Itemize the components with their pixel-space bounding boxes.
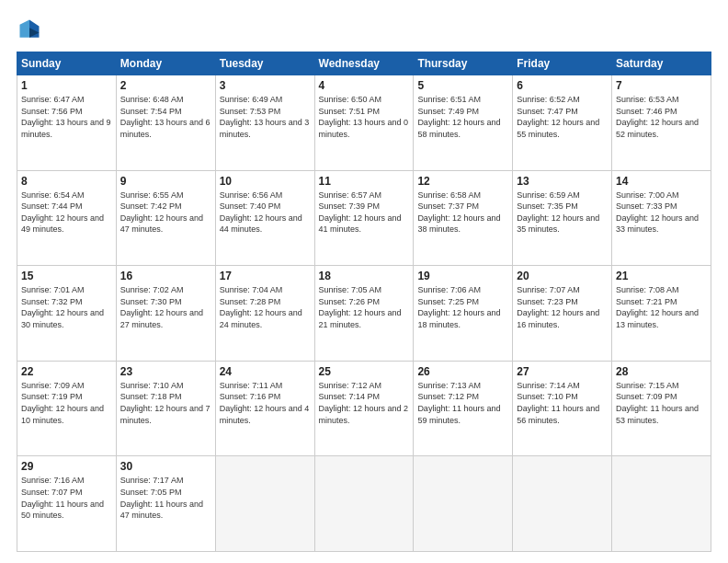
day-number: 13 (517, 175, 608, 188)
day-info: Sunrise: 7:00 AM Sunset: 7:33 PM Dayligh… (616, 190, 707, 236)
day-info: Sunrise: 6:55 AM Sunset: 7:42 PM Dayligh… (120, 190, 211, 236)
day-info: Sunrise: 7:05 AM Sunset: 7:26 PM Dayligh… (319, 284, 410, 330)
day-info: Sunrise: 7:02 AM Sunset: 7:30 PM Dayligh… (120, 284, 211, 330)
day-info: Sunrise: 7:15 AM Sunset: 7:09 PM Dayligh… (616, 380, 707, 426)
day-cell-3: 3 Sunrise: 6:49 AM Sunset: 7:53 PM Dayli… (215, 75, 314, 171)
day-number: 1 (21, 79, 112, 92)
weekday-header-saturday: Saturday (612, 52, 711, 75)
day-cell-12: 12 Sunrise: 6:58 AM Sunset: 7:37 PM Dayl… (414, 170, 513, 266)
empty-cell (513, 456, 612, 552)
day-number: 21 (616, 270, 707, 282)
day-cell-17: 17 Sunrise: 7:04 AM Sunset: 7:28 PM Dayl… (215, 266, 314, 362)
weekday-header-wednesday: Wednesday (314, 52, 414, 75)
weekday-header-friday: Friday (513, 52, 612, 75)
day-cell-18: 18 Sunrise: 7:05 AM Sunset: 7:26 PM Dayl… (314, 266, 414, 362)
day-cell-26: 26 Sunrise: 7:13 AM Sunset: 7:12 PM Dayl… (414, 361, 513, 456)
calendar-table: SundayMondayTuesdayWednesdayThursdayFrid… (17, 52, 711, 552)
week-row-1: 1 Sunrise: 6:47 AM Sunset: 7:56 PM Dayli… (17, 75, 711, 171)
day-info: Sunrise: 7:13 AM Sunset: 7:12 PM Dayligh… (417, 380, 508, 426)
day-info: Sunrise: 6:47 AM Sunset: 7:56 PM Dayligh… (21, 94, 112, 140)
day-cell-6: 6 Sunrise: 6:52 AM Sunset: 7:47 PM Dayli… (513, 75, 612, 171)
day-cell-22: 22 Sunrise: 7:09 AM Sunset: 7:19 PM Dayl… (17, 361, 117, 456)
day-number: 23 (120, 365, 211, 378)
day-cell-24: 24 Sunrise: 7:11 AM Sunset: 7:16 PM Dayl… (215, 361, 314, 456)
day-info: Sunrise: 7:07 AM Sunset: 7:23 PM Dayligh… (517, 284, 608, 330)
day-cell-10: 10 Sunrise: 6:56 AM Sunset: 7:40 PM Dayl… (215, 170, 314, 266)
empty-cell (215, 456, 314, 552)
day-info: Sunrise: 6:56 AM Sunset: 7:40 PM Dayligh… (220, 190, 311, 236)
day-info: Sunrise: 6:52 AM Sunset: 7:47 PM Dayligh… (517, 94, 608, 140)
day-cell-20: 20 Sunrise: 7:07 AM Sunset: 7:23 PM Dayl… (513, 266, 612, 362)
day-number: 16 (120, 270, 211, 282)
logo (17, 17, 46, 42)
day-info: Sunrise: 6:50 AM Sunset: 7:51 PM Dayligh… (319, 94, 410, 140)
day-info: Sunrise: 7:16 AM Sunset: 7:07 PM Dayligh… (21, 475, 112, 521)
day-cell-8: 8 Sunrise: 6:54 AM Sunset: 7:44 PM Dayli… (17, 170, 117, 266)
day-info: Sunrise: 6:54 AM Sunset: 7:44 PM Dayligh… (21, 190, 112, 236)
day-cell-5: 5 Sunrise: 6:51 AM Sunset: 7:49 PM Dayli… (414, 75, 513, 171)
day-number: 26 (417, 365, 508, 378)
day-info: Sunrise: 6:58 AM Sunset: 7:37 PM Dayligh… (417, 190, 508, 236)
day-cell-19: 19 Sunrise: 7:06 AM Sunset: 7:25 PM Dayl… (414, 266, 513, 362)
week-row-5: 29 Sunrise: 7:16 AM Sunset: 7:07 PM Dayl… (17, 456, 711, 552)
day-number: 5 (417, 79, 508, 92)
day-number: 22 (21, 365, 112, 378)
day-cell-9: 9 Sunrise: 6:55 AM Sunset: 7:42 PM Dayli… (116, 170, 215, 266)
day-info: Sunrise: 7:12 AM Sunset: 7:14 PM Dayligh… (319, 380, 410, 426)
day-info: Sunrise: 7:08 AM Sunset: 7:21 PM Dayligh… (616, 284, 707, 330)
day-cell-15: 15 Sunrise: 7:01 AM Sunset: 7:32 PM Dayl… (17, 266, 117, 362)
day-info: Sunrise: 7:04 AM Sunset: 7:28 PM Dayligh… (220, 284, 311, 330)
day-info: Sunrise: 7:17 AM Sunset: 7:05 PM Dayligh… (120, 475, 211, 521)
day-info: Sunrise: 6:57 AM Sunset: 7:39 PM Dayligh… (319, 190, 410, 236)
day-cell-11: 11 Sunrise: 6:57 AM Sunset: 7:39 PM Dayl… (314, 170, 414, 266)
day-info: Sunrise: 6:53 AM Sunset: 7:46 PM Dayligh… (616, 94, 707, 140)
weekday-header-row: SundayMondayTuesdayWednesdayThursdayFrid… (17, 52, 711, 75)
day-info: Sunrise: 6:48 AM Sunset: 7:54 PM Dayligh… (120, 94, 211, 140)
day-cell-4: 4 Sunrise: 6:50 AM Sunset: 7:51 PM Dayli… (314, 75, 414, 171)
day-cell-2: 2 Sunrise: 6:48 AM Sunset: 7:54 PM Dayli… (116, 75, 215, 171)
day-number: 4 (319, 79, 410, 92)
day-cell-30: 30 Sunrise: 7:17 AM Sunset: 7:05 PM Dayl… (116, 456, 215, 552)
day-number: 3 (220, 79, 311, 92)
week-row-4: 22 Sunrise: 7:09 AM Sunset: 7:19 PM Dayl… (17, 361, 711, 456)
day-number: 2 (120, 79, 211, 92)
day-info: Sunrise: 6:59 AM Sunset: 7:35 PM Dayligh… (517, 190, 608, 236)
empty-cell (414, 456, 513, 552)
day-cell-25: 25 Sunrise: 7:12 AM Sunset: 7:14 PM Dayl… (314, 361, 414, 456)
week-row-3: 15 Sunrise: 7:01 AM Sunset: 7:32 PM Dayl… (17, 266, 711, 362)
day-cell-14: 14 Sunrise: 7:00 AM Sunset: 7:33 PM Dayl… (612, 170, 711, 266)
day-number: 17 (220, 270, 311, 282)
week-row-2: 8 Sunrise: 6:54 AM Sunset: 7:44 PM Dayli… (17, 170, 711, 266)
day-number: 25 (319, 365, 410, 378)
svg-marker-1 (20, 20, 30, 38)
day-cell-16: 16 Sunrise: 7:02 AM Sunset: 7:30 PM Dayl… (116, 266, 215, 362)
page: SundayMondayTuesdayWednesdayThursdayFrid… (0, 0, 728, 563)
day-cell-28: 28 Sunrise: 7:15 AM Sunset: 7:09 PM Dayl… (612, 361, 711, 456)
day-cell-7: 7 Sunrise: 6:53 AM Sunset: 7:46 PM Dayli… (612, 75, 711, 171)
day-number: 8 (21, 175, 112, 188)
day-cell-13: 13 Sunrise: 6:59 AM Sunset: 7:35 PM Dayl… (513, 170, 612, 266)
empty-cell (612, 456, 711, 552)
empty-cell (314, 456, 414, 552)
day-number: 27 (517, 365, 608, 378)
day-cell-23: 23 Sunrise: 7:10 AM Sunset: 7:18 PM Dayl… (116, 361, 215, 456)
day-cell-27: 27 Sunrise: 7:14 AM Sunset: 7:10 PM Dayl… (513, 361, 612, 456)
day-number: 28 (616, 365, 707, 378)
day-number: 14 (616, 175, 707, 188)
day-info: Sunrise: 6:51 AM Sunset: 7:49 PM Dayligh… (417, 94, 508, 140)
day-number: 19 (417, 270, 508, 282)
day-info: Sunrise: 7:06 AM Sunset: 7:25 PM Dayligh… (417, 284, 508, 330)
day-cell-29: 29 Sunrise: 7:16 AM Sunset: 7:07 PM Dayl… (17, 456, 117, 552)
day-number: 30 (120, 460, 211, 473)
day-number: 20 (517, 270, 608, 282)
day-info: Sunrise: 7:11 AM Sunset: 7:16 PM Dayligh… (220, 380, 311, 426)
day-number: 15 (21, 270, 112, 282)
day-cell-21: 21 Sunrise: 7:08 AM Sunset: 7:21 PM Dayl… (612, 266, 711, 362)
weekday-header-sunday: Sunday (17, 52, 117, 75)
day-number: 29 (21, 460, 112, 473)
day-cell-1: 1 Sunrise: 6:47 AM Sunset: 7:56 PM Dayli… (17, 75, 117, 171)
day-number: 24 (220, 365, 311, 378)
weekday-header-monday: Monday (116, 52, 215, 75)
day-number: 6 (517, 79, 608, 92)
day-info: Sunrise: 7:01 AM Sunset: 7:32 PM Dayligh… (21, 284, 112, 330)
